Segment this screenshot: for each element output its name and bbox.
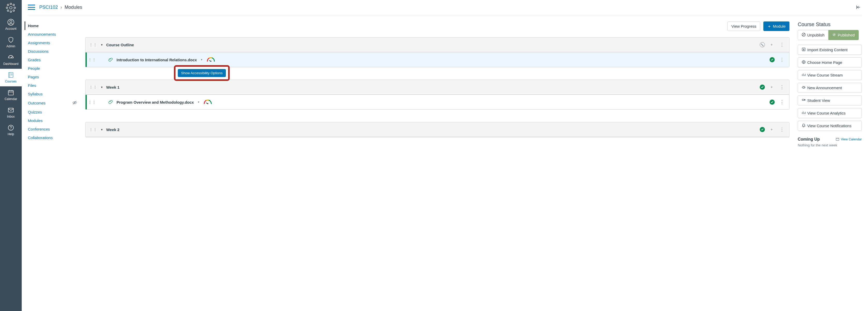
course-nav-item[interactable]: Collaborations bbox=[28, 133, 77, 142]
module-item[interactable]: ⋮⋮Program Overview and Methodology.docx▼… bbox=[86, 95, 789, 110]
svg-point-8 bbox=[13, 10, 14, 11]
breadcrumb-course[interactable]: PSCI102 bbox=[39, 5, 58, 10]
course-nav-item[interactable]: Files bbox=[28, 81, 77, 90]
sidebar-action-analytics[interactable]: View Course Analytics bbox=[798, 108, 862, 118]
course-nav-item[interactable]: Grades bbox=[28, 56, 77, 64]
item-options-button[interactable]: ⋮ bbox=[778, 56, 785, 63]
add-item-button[interactable]: ＋ bbox=[768, 84, 775, 91]
account-icon bbox=[7, 19, 14, 26]
published-icon[interactable] bbox=[770, 99, 775, 105]
published-icon[interactable] bbox=[770, 57, 775, 62]
course-nav-link[interactable]: Grades bbox=[28, 58, 40, 62]
unpublished-icon[interactable] bbox=[760, 42, 765, 47]
svg-point-10 bbox=[10, 20, 12, 23]
sidebar-action-student-view[interactable]: Student View bbox=[798, 95, 862, 105]
item-menu-caret-icon[interactable]: ▼ bbox=[200, 58, 203, 61]
drag-handle-icon[interactable]: ⋮⋮ bbox=[89, 43, 97, 47]
course-nav-item[interactable]: Home bbox=[25, 22, 77, 30]
sidebar-action-label: View Course Stream bbox=[807, 73, 843, 77]
inbox-icon bbox=[7, 106, 14, 114]
course-nav-list: HomeAnnouncementsAssignmentsDiscussionsG… bbox=[28, 22, 77, 142]
show-accessibility-options-button[interactable]: Show Accessibility Options bbox=[178, 69, 226, 77]
view-calendar-link[interactable]: View Calendar bbox=[836, 137, 862, 142]
svg-point-15 bbox=[10, 129, 11, 129]
course-nav-item[interactable]: Quizzes bbox=[28, 108, 77, 116]
sidebar-action-label: Student View bbox=[807, 98, 830, 103]
nav-courses[interactable]: Courses bbox=[0, 69, 22, 86]
course-nav-link[interactable]: Modules bbox=[28, 118, 43, 123]
module: ⋮⋮▼Course Outline＋⋮⋮⋮Introduction to Int… bbox=[85, 37, 789, 67]
add-module-button[interactable]: ＋ Module bbox=[763, 22, 789, 31]
collapse-caret-icon[interactable]: ▼ bbox=[100, 128, 103, 131]
main-header: View Progress ＋ Module bbox=[85, 22, 789, 31]
course-nav-item[interactable]: Modules bbox=[28, 116, 77, 125]
module-options-button[interactable]: ⋮ bbox=[778, 84, 785, 91]
sidebar-action-notifications[interactable]: View Course Notifications bbox=[798, 121, 862, 131]
drag-handle-icon[interactable]: ⋮⋮ bbox=[88, 100, 96, 104]
course-nav-link[interactable]: Home bbox=[28, 24, 39, 28]
sidebar-action-announcement[interactable]: New Announcement bbox=[798, 83, 862, 93]
published-icon[interactable] bbox=[760, 127, 765, 132]
collapse-caret-icon[interactable]: ▼ bbox=[100, 43, 103, 46]
module-options-button[interactable]: ⋮ bbox=[778, 126, 785, 133]
course-nav-link[interactable]: Discussions bbox=[28, 49, 49, 54]
course-nav-item[interactable]: Assignments bbox=[28, 38, 77, 47]
course-nav-link[interactable]: Quizzes bbox=[28, 110, 42, 114]
collapse-caret-icon[interactable]: ▼ bbox=[100, 86, 103, 89]
body: HomeAnnouncementsAssignmentsDiscussionsG… bbox=[28, 15, 862, 150]
publish-toggle: Unpublish Published bbox=[798, 30, 862, 40]
accessibility-gauge-icon[interactable] bbox=[207, 57, 215, 63]
accessibility-popover: Show Accessibility Options bbox=[176, 67, 228, 80]
module-item[interactable]: ⋮⋮Introduction to International Relation… bbox=[86, 52, 789, 67]
view-progress-button[interactable]: View Progress bbox=[727, 22, 760, 31]
collapse-sidebar-button[interactable] bbox=[855, 4, 862, 11]
sidebar-action-choose-home[interactable]: Choose Home Page bbox=[798, 57, 862, 67]
module-options-button[interactable]: ⋮ bbox=[778, 41, 785, 48]
view-progress-label: View Progress bbox=[731, 24, 756, 28]
nav-admin[interactable]: Admin bbox=[0, 34, 22, 51]
course-nav-link[interactable]: Collaborations bbox=[28, 135, 53, 140]
item-options-button[interactable]: ⋮ bbox=[778, 98, 785, 106]
nav-calendar[interactable]: Calendar bbox=[0, 86, 22, 104]
course-nav-link[interactable]: Conferences bbox=[28, 127, 50, 131]
sidebar-action-import[interactable]: Import Existing Content bbox=[798, 45, 862, 55]
sidebar-action-stream[interactable]: View Course Stream bbox=[798, 70, 862, 80]
nav-inbox[interactable]: Inbox bbox=[0, 104, 22, 122]
coming-up-empty: Nothing for the next week bbox=[798, 143, 862, 147]
global-nav: Account Admin Dashboard Courses Calendar… bbox=[0, 0, 22, 150]
course-nav: HomeAnnouncementsAssignmentsDiscussionsG… bbox=[28, 22, 77, 150]
course-nav-item[interactable]: Syllabus bbox=[28, 90, 77, 98]
accessibility-gauge-icon[interactable] bbox=[204, 99, 212, 105]
published-icon[interactable] bbox=[760, 85, 765, 90]
drag-handle-icon[interactable]: ⋮⋮ bbox=[89, 85, 97, 89]
add-item-button[interactable]: ＋ bbox=[768, 126, 775, 133]
drag-handle-icon[interactable]: ⋮⋮ bbox=[89, 127, 97, 132]
course-menu-toggle[interactable] bbox=[28, 5, 35, 10]
unpublish-button[interactable]: Unpublish bbox=[798, 30, 829, 40]
course-nav-item[interactable]: Outcomes bbox=[28, 98, 77, 108]
sidebar-action-label: View Course Analytics bbox=[807, 111, 845, 115]
course-nav-item[interactable]: Discussions bbox=[28, 47, 77, 56]
published-button[interactable]: Published bbox=[829, 30, 859, 40]
course-nav-link[interactable]: People bbox=[28, 66, 40, 70]
item-menu-caret-icon[interactable]: ▼ bbox=[197, 101, 200, 103]
course-nav-link[interactable]: Assignments bbox=[28, 40, 50, 45]
svg-point-22 bbox=[802, 61, 805, 63]
nav-account[interactable]: Account bbox=[0, 16, 22, 34]
course-nav-link[interactable]: Syllabus bbox=[28, 92, 43, 96]
course-nav-link[interactable]: Files bbox=[28, 83, 36, 88]
course-nav-link[interactable]: Announcements bbox=[28, 32, 56, 36]
svg-point-0 bbox=[9, 6, 12, 9]
add-item-button[interactable]: ＋ bbox=[768, 41, 775, 48]
help-icon bbox=[7, 124, 14, 131]
choose-home-icon bbox=[802, 60, 806, 65]
course-nav-item[interactable]: People bbox=[28, 64, 77, 73]
nav-help[interactable]: Help bbox=[0, 122, 22, 139]
course-nav-item[interactable]: Announcements bbox=[28, 30, 77, 38]
course-nav-link[interactable]: Pages bbox=[28, 75, 39, 79]
drag-handle-icon[interactable]: ⋮⋮ bbox=[88, 58, 96, 62]
nav-dashboard[interactable]: Dashboard bbox=[0, 51, 22, 69]
course-nav-item[interactable]: Conferences bbox=[28, 125, 77, 133]
course-nav-link[interactable]: Outcomes bbox=[28, 101, 45, 105]
course-nav-item[interactable]: Pages bbox=[28, 73, 77, 81]
